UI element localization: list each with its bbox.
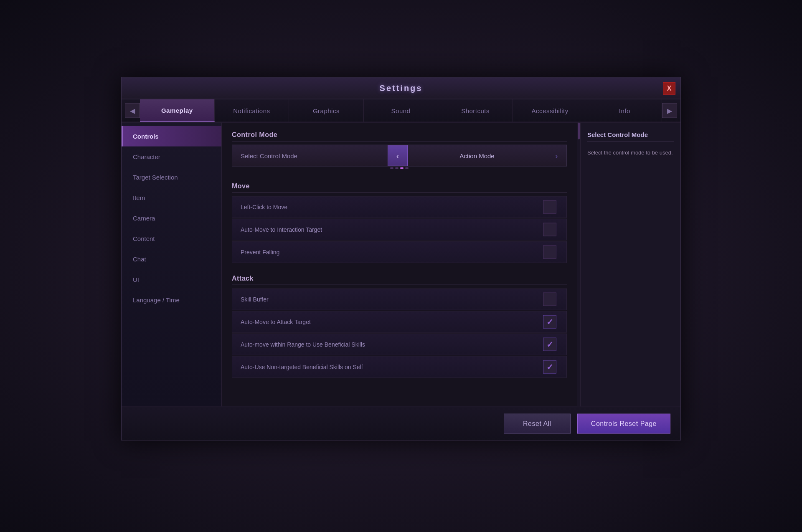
scroll-thumb — [578, 123, 580, 139]
checkbox-container — [533, 246, 566, 259]
dot-2 — [395, 167, 398, 169]
tab-left-arrow[interactable]: ◀ — [125, 103, 140, 118]
checkbox-prevent-falling[interactable] — [543, 246, 556, 259]
control-mode-value: Action Mode — [408, 152, 546, 159]
tab-info[interactable]: Info — [587, 99, 662, 122]
checkbox-container — [533, 293, 566, 306]
content-area: Control Mode Select Control Mode ‹ Actio… — [222, 123, 577, 407]
setting-row: Auto-Move to Interaction Target — [232, 219, 567, 241]
tab-bar: ◀ Gameplay Notifications Graphics Sound … — [122, 99, 680, 123]
move-header: Move — [232, 182, 567, 193]
control-mode-label: Select Control Mode — [232, 152, 388, 159]
sidebar-item-content[interactable]: Content — [122, 228, 221, 249]
setting-label: Left-Click to Move — [232, 204, 533, 210]
main-area: Controls Character Target Selection Item… — [122, 123, 680, 407]
setting-row: Left-Click to Move — [232, 196, 567, 218]
tab-graphics[interactable]: Graphics — [289, 99, 364, 122]
control-mode-header: Control Mode — [232, 131, 567, 142]
attack-header: Attack — [232, 275, 567, 285]
reset-all-button[interactable]: Reset All — [504, 413, 571, 433]
checkbox-auto-move-beneficial[interactable] — [543, 338, 556, 351]
dot-1 — [390, 167, 393, 169]
sidebar-item-ui[interactable]: UI — [122, 269, 221, 290]
setting-label: Auto-Use Non-targeted Beneficial Skills … — [232, 364, 533, 370]
sidebar-item-chat[interactable]: Chat — [122, 249, 221, 269]
info-panel-text: Select the control mode to be used. — [587, 149, 674, 157]
setting-label: Prevent Falling — [232, 249, 533, 256]
control-mode-right-arrow[interactable]: › — [546, 145, 566, 166]
title-bar: Settings X — [122, 78, 680, 99]
setting-row: Auto-Move to Attack Target — [232, 311, 567, 333]
attack-section: Attack Skill Buffer Auto-Move to Attack … — [232, 275, 567, 378]
checkbox-auto-move-attack[interactable] — [543, 315, 556, 329]
checkbox-container — [533, 360, 566, 374]
tab-accessibility[interactable]: Accessibility — [513, 99, 588, 122]
checkbox-container — [533, 315, 566, 329]
setting-row: Auto-Use Non-targeted Beneficial Skills … — [232, 356, 567, 378]
close-button[interactable]: X — [663, 82, 675, 94]
info-panel-title: Select Control Mode — [587, 131, 674, 142]
settings-window: Settings X ◀ Gameplay Notifications Grap… — [121, 77, 681, 441]
sidebar-item-language-time[interactable]: Language / Time — [122, 290, 221, 310]
window-title: Settings — [380, 84, 423, 93]
tab-right-arrow[interactable]: ▶ — [662, 103, 677, 118]
setting-label: Skill Buffer — [232, 296, 533, 303]
control-mode-selector: Select Control Mode ‹ Action Mode › — [232, 145, 567, 167]
setting-row: Auto-move within Range to Use Beneficial… — [232, 334, 567, 355]
sidebar-item-controls[interactable]: Controls — [122, 126, 221, 147]
setting-label: Auto-Move to Interaction Target — [232, 226, 533, 233]
tab-notifications[interactable]: Notifications — [215, 99, 289, 122]
sidebar-item-camera[interactable]: Camera — [122, 208, 221, 228]
tabs-container: Gameplay Notifications Graphics Sound Sh… — [140, 99, 662, 122]
info-panel: Select Control Mode Select the control m… — [580, 123, 680, 407]
dot-4 — [405, 167, 409, 169]
dot-3 — [400, 167, 404, 169]
footer: Reset All Controls Reset Page — [122, 407, 680, 440]
sidebar: Controls Character Target Selection Item… — [122, 123, 222, 407]
scroll-track[interactable] — [577, 123, 580, 407]
control-mode-section: Control Mode Select Control Mode ‹ Actio… — [232, 131, 567, 171]
tab-gameplay[interactable]: Gameplay — [140, 99, 215, 122]
checkbox-skill-buffer[interactable] — [543, 293, 556, 306]
checkbox-container — [533, 338, 566, 351]
sidebar-item-item[interactable]: Item — [122, 187, 221, 208]
checkbox-left-click-move[interactable] — [543, 200, 556, 214]
setting-label: Auto-Move to Attack Target — [232, 319, 533, 325]
checkbox-auto-move-interaction[interactable] — [543, 223, 556, 236]
sidebar-item-character[interactable]: Character — [122, 147, 221, 167]
control-mode-left-arrow[interactable]: ‹ — [388, 145, 408, 166]
setting-label: Auto-move within Range to Use Beneficial… — [232, 341, 533, 348]
setting-row: Prevent Falling — [232, 241, 567, 263]
setting-row: Skill Buffer — [232, 289, 567, 310]
tab-shortcuts[interactable]: Shortcuts — [438, 99, 513, 122]
control-mode-dots — [232, 167, 567, 171]
move-section: Move Left-Click to Move Auto-Move to Int… — [232, 182, 567, 263]
checkbox-container — [533, 200, 566, 214]
checkbox-auto-use-non-targeted[interactable] — [543, 360, 556, 374]
sidebar-item-target-selection[interactable]: Target Selection — [122, 167, 221, 187]
controls-reset-page-button[interactable]: Controls Reset Page — [577, 413, 670, 433]
checkbox-container — [533, 223, 566, 236]
tab-sound[interactable]: Sound — [364, 99, 439, 122]
